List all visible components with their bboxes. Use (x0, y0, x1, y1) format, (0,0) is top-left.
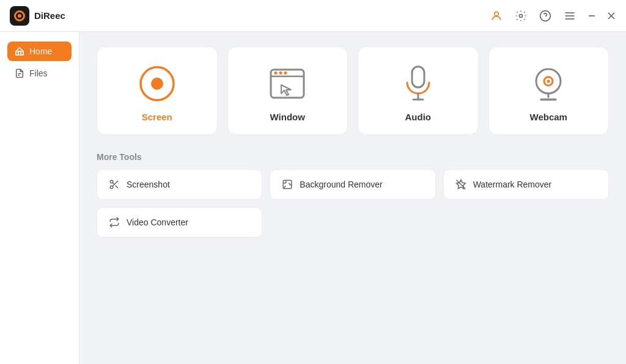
tool-watermark-remover[interactable]: Watermark Remover (443, 169, 609, 200)
background-remover-icon (281, 178, 293, 191)
video-converter-label: Video Converter (127, 217, 188, 227)
mode-cards: Screen Window (97, 46, 609, 135)
svg-point-24 (547, 80, 550, 83)
app-name: DiReec (34, 10, 65, 21)
screenshot-label: Screenshot (127, 180, 170, 189)
mode-card-webcam[interactable]: Webcam (488, 46, 609, 135)
svg-point-27 (110, 180, 113, 183)
watermark-remover-icon (455, 178, 467, 191)
more-tools-section: More Tools Screenshot (97, 152, 609, 238)
sidebar: Home Files (0, 32, 79, 364)
tool-background-remover[interactable]: Background Remover (270, 169, 435, 200)
screen-label: Screen (142, 112, 172, 122)
title-bar-controls (489, 9, 616, 23)
svg-rect-9 (16, 51, 23, 55)
mode-card-window[interactable]: Window (227, 46, 348, 135)
audio-label: Audio (405, 112, 432, 122)
tools-grid: Screenshot Background Remover (97, 169, 609, 238)
audio-mode-icon (399, 64, 438, 103)
files-icon (15, 68, 24, 78)
screenshot-icon (108, 178, 120, 191)
svg-point-18 (284, 71, 287, 75)
mode-card-audio[interactable]: Audio (358, 46, 479, 135)
logo-inner-icon (14, 10, 25, 21)
svg-point-28 (110, 186, 113, 189)
menu-icon[interactable] (562, 9, 577, 23)
home-icon (15, 46, 24, 56)
svg-line-31 (112, 183, 114, 184)
svg-rect-19 (412, 67, 424, 87)
svg-line-30 (116, 186, 118, 188)
main-layout: Home Files Scr (0, 32, 626, 364)
video-converter-icon (108, 216, 120, 228)
webcam-mode-icon (529, 64, 568, 103)
more-tools-title: More Tools (97, 152, 609, 162)
background-remover-label: Background Remover (300, 180, 382, 189)
close-button[interactable] (606, 11, 616, 21)
logo-icon (10, 6, 29, 26)
sidebar-home-label: Home (29, 46, 52, 56)
watermark-remover-label: Watermark Remover (473, 180, 552, 189)
help-icon[interactable] (538, 9, 553, 23)
window-label: Window (270, 112, 305, 122)
tool-screenshot[interactable]: Screenshot (97, 169, 262, 200)
webcam-label: Webcam (530, 112, 567, 122)
svg-point-17 (279, 71, 282, 75)
sidebar-files-label: Files (29, 68, 48, 78)
app-logo: DiReec (10, 6, 65, 26)
sidebar-item-files[interactable]: Files (7, 64, 72, 83)
tool-video-converter[interactable]: Video Converter (97, 207, 262, 238)
screen-mode-icon (138, 64, 177, 103)
svg-point-0 (495, 12, 499, 16)
mode-card-screen[interactable]: Screen (97, 46, 218, 135)
sidebar-item-home[interactable]: Home (7, 42, 72, 61)
svg-point-16 (274, 71, 278, 75)
settings-icon[interactable] (514, 9, 528, 23)
title-bar: DiReec (0, 0, 626, 32)
content-area: Screen Window (79, 32, 626, 364)
svg-point-1 (520, 14, 523, 17)
svg-point-13 (151, 78, 163, 90)
profile-icon[interactable] (489, 9, 504, 23)
window-mode-icon (268, 64, 307, 103)
minimize-button[interactable] (587, 11, 597, 21)
